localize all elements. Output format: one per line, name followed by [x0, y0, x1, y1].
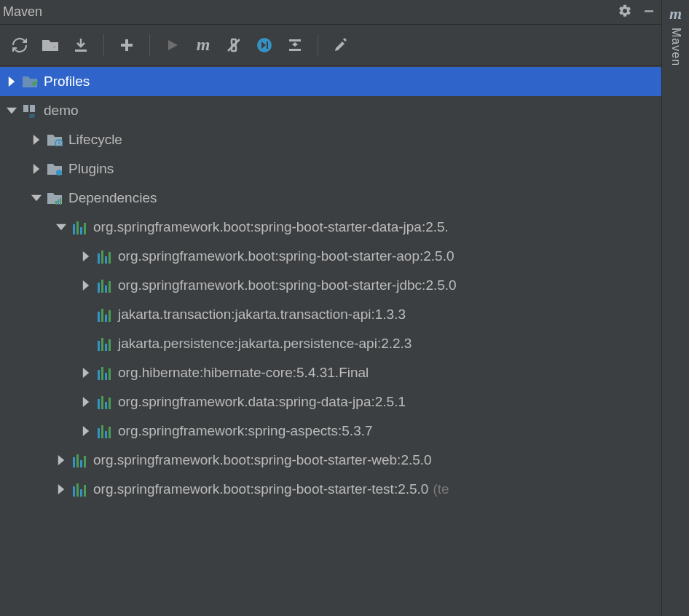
tree-node-dependency[interactable]: org.springframework:spring-aspects:5.3.7	[0, 416, 661, 446]
chevron-right-icon[interactable]	[77, 251, 95, 261]
tree-node-plugins[interactable]: Plugins	[0, 154, 661, 183]
dependency-label: org.springframework.boot:spring-boot-sta…	[93, 452, 432, 468]
library-icon	[95, 395, 114, 409]
tree-label: demo	[44, 103, 79, 119]
svg-line-6	[228, 39, 240, 51]
dependency-label: org.springframework.boot:spring-boot-sta…	[93, 481, 428, 497]
chevron-right-icon[interactable]	[52, 455, 70, 465]
svg-rect-10	[23, 105, 28, 112]
title-bar: Maven	[0, 0, 661, 25]
svg-rect-8	[289, 39, 301, 42]
library-icon	[95, 307, 114, 322]
run-icon[interactable]	[159, 31, 186, 60]
execute-maven-goal-icon[interactable]: m	[189, 31, 217, 60]
library-icon	[95, 424, 114, 438]
dependency-label: jakarta.persistence:jakarta.persistence-…	[118, 336, 412, 352]
svg-point-14	[56, 170, 62, 175]
panel-title: Maven	[3, 4, 42, 20]
chevron-right-icon[interactable]	[77, 280, 95, 291]
tree-node-dependency[interactable]: org.springframework.boot:spring-boot-sta…	[0, 446, 661, 475]
chevron-right-icon[interactable]	[52, 484, 70, 494]
add-project-icon[interactable]	[113, 31, 141, 60]
toggle-skip-tests-icon[interactable]	[251, 31, 278, 60]
toolbar: m	[0, 25, 661, 66]
chevron-down-icon[interactable]	[3, 106, 20, 116]
generate-sources-icon[interactable]	[36, 31, 64, 60]
maven-module-icon: m	[20, 103, 39, 119]
toolbar-separator	[103, 34, 104, 56]
gear-icon[interactable]	[618, 4, 632, 21]
chevron-right-icon[interactable]	[77, 397, 95, 407]
dependency-scope: (te	[433, 481, 449, 497]
chevron-down-icon[interactable]	[28, 193, 45, 203]
chevron-right-icon[interactable]	[77, 368, 95, 378]
svg-rect-1	[75, 50, 87, 52]
maven-tree[interactable]: Profiles m demo Lifecycle Plugins	[0, 66, 661, 616]
tree-node-dependency[interactable]: jakarta.persistence:jakarta.persistence-…	[0, 329, 661, 358]
folder-plugins-icon	[45, 162, 64, 175]
dependency-label: org.springframework.boot:spring-boot-sta…	[118, 248, 454, 264]
tree-node-lifecycle[interactable]: Lifecycle	[0, 125, 661, 154]
toggle-offline-icon[interactable]	[220, 31, 248, 60]
toolbar-separator	[149, 34, 150, 56]
library-icon	[95, 249, 114, 264]
svg-text:m: m	[29, 111, 35, 119]
folder-profiles-icon	[20, 75, 39, 88]
toolbar-separator	[318, 34, 318, 56]
dependency-label: org.springframework:spring-aspects:5.3.7	[118, 423, 373, 439]
maven-panel: Maven m	[0, 0, 662, 616]
folder-lifecycle-icon	[45, 133, 64, 146]
folder-dependencies-icon	[45, 191, 64, 205]
tree-node-dependency[interactable]: jakarta.transaction:jakarta.transaction-…	[0, 300, 661, 329]
tree-node-dependency[interactable]: org.springframework.boot:spring-boot-sta…	[0, 475, 661, 504]
tree-label: Dependencies	[68, 190, 157, 206]
library-icon	[70, 220, 89, 234]
library-icon	[95, 278, 114, 293]
dependency-label: org.springframework.data:spring-data-jpa…	[118, 394, 406, 410]
tree-node-dependency[interactable]: org.hibernate:hibernate-core:5.4.31.Fina…	[0, 358, 661, 387]
chevron-right-icon[interactable]	[77, 426, 95, 436]
svg-rect-3	[121, 44, 133, 47]
maven-sidebar-label: Maven	[669, 28, 682, 66]
chevron-right-icon[interactable]	[3, 76, 20, 87]
dependency-label: org.hibernate:hibernate-core:5.4.31.Fina…	[118, 365, 369, 381]
tree-node-dependencies[interactable]: Dependencies	[0, 183, 661, 213]
svg-rect-17	[60, 198, 61, 205]
library-icon	[70, 453, 89, 467]
tree-label: Plugins	[68, 161, 114, 177]
right-tool-strip[interactable]: m Maven	[662, 0, 689, 616]
library-icon	[70, 482, 89, 497]
svg-rect-15	[55, 201, 57, 205]
tree-node-dependency[interactable]: org.springframework.data:spring-data-jpa…	[0, 387, 661, 416]
maven-settings-icon[interactable]	[327, 31, 355, 60]
download-sources-icon[interactable]	[67, 31, 95, 60]
chevron-right-icon[interactable]	[28, 135, 45, 145]
minimize-icon[interactable]	[642, 4, 655, 20]
svg-rect-16	[58, 200, 59, 205]
tree-node-profiles[interactable]: Profiles	[0, 67, 661, 96]
library-icon	[95, 366, 114, 380]
maven-m-icon: m	[669, 4, 682, 23]
chevron-right-icon[interactable]	[28, 164, 45, 174]
reload-icon[interactable]	[6, 31, 34, 60]
tree-node-dependency[interactable]: org.springframework.boot:spring-boot-sta…	[0, 271, 661, 300]
tree-node-dependency[interactable]: org.springframework.boot:spring-boot-sta…	[0, 213, 661, 242]
dependency-label: jakarta.transaction:jakarta.transaction-…	[118, 307, 406, 323]
tree-label: Profiles	[44, 74, 90, 90]
tree-node-project[interactable]: m demo	[0, 96, 661, 125]
tree-node-dependency[interactable]: org.springframework.boot:spring-boot-sta…	[0, 242, 661, 271]
show-dependencies-icon[interactable]	[281, 31, 309, 60]
dependency-label: org.springframework.boot:spring-boot-sta…	[118, 277, 457, 293]
svg-rect-0	[645, 10, 653, 12]
svg-rect-9	[289, 49, 301, 51]
tree-label: Lifecycle	[68, 132, 122, 148]
dependency-label: org.springframework.boot:spring-boot-sta…	[93, 219, 449, 235]
library-icon	[95, 336, 114, 351]
chevron-down-icon[interactable]	[52, 222, 70, 232]
